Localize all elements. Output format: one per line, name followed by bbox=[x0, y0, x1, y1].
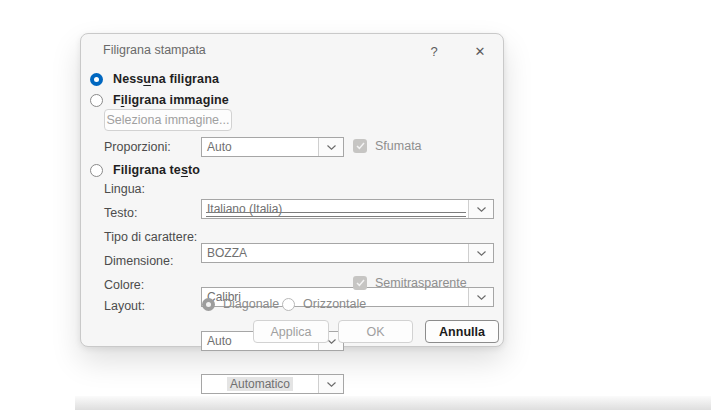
language-underline bbox=[206, 212, 466, 217]
chevron-down-icon[interactable] bbox=[318, 138, 343, 156]
layout-label: Layout: bbox=[104, 299, 145, 313]
chevron-down-icon[interactable] bbox=[468, 200, 493, 218]
checkbox-checked-icon bbox=[353, 139, 367, 153]
radio-text-watermark-label: Filigrana testo bbox=[113, 163, 200, 177]
scale-label: Proporzioni: bbox=[104, 140, 171, 154]
scale-combo[interactable]: Auto bbox=[201, 137, 344, 157]
printed-watermark-dialog: Filigrana stampata ? ✕ Nessuna filigrana… bbox=[80, 33, 504, 347]
chevron-down-icon[interactable] bbox=[318, 375, 343, 393]
chevron-down-icon[interactable] bbox=[468, 288, 493, 306]
washout-checkbox-label: Sfumata bbox=[375, 139, 422, 153]
radio-no-watermark[interactable]: Nessuna filigrana bbox=[90, 72, 219, 86]
apply-button-label: Applica bbox=[271, 325, 312, 339]
background-page-edge bbox=[75, 396, 711, 410]
radio-selected-disabled-icon bbox=[202, 298, 215, 311]
dialog-title: Filigrana stampata bbox=[103, 43, 206, 57]
radio-unselected-disabled-icon bbox=[282, 298, 295, 311]
language-combo-value: Italiano (Italia) bbox=[202, 200, 468, 218]
color-combo-value: Automatico bbox=[202, 375, 318, 393]
cancel-button[interactable]: Annulla bbox=[425, 320, 499, 343]
text-combo-value: BOZZA bbox=[202, 244, 468, 262]
ok-button-label: OK bbox=[366, 325, 384, 339]
radio-picture-watermark-label: Filigrana immagine bbox=[113, 93, 229, 107]
color-combo[interactable]: Automatico bbox=[201, 374, 344, 394]
checkbox-checked-icon bbox=[353, 276, 367, 290]
radio-selected-icon bbox=[90, 73, 103, 86]
help-icon: ? bbox=[430, 44, 437, 59]
font-label: Tipo di carattere: bbox=[104, 230, 197, 244]
close-icon: ✕ bbox=[475, 44, 486, 59]
scale-combo-value: Auto bbox=[202, 138, 318, 156]
radio-text-watermark[interactable]: Filigrana testo bbox=[90, 163, 200, 177]
radio-unselected-icon bbox=[90, 94, 103, 107]
ok-button[interactable]: OK bbox=[338, 320, 413, 343]
washout-checkbox[interactable]: Sfumata bbox=[353, 139, 422, 153]
select-picture-button-label: Seleziona immagine... bbox=[107, 113, 230, 127]
radio-no-watermark-label: Nessuna filigrana bbox=[113, 72, 219, 86]
cancel-button-label: Annulla bbox=[439, 325, 485, 339]
size-label: Dimensione: bbox=[104, 254, 173, 268]
language-combo[interactable]: Italiano (Italia) bbox=[201, 199, 494, 219]
select-picture-button[interactable]: Seleziona immagine... bbox=[104, 109, 232, 131]
text-label: Testo: bbox=[104, 206, 137, 220]
radio-picture-watermark[interactable]: Filigrana immagine bbox=[90, 93, 229, 107]
radio-diagonal[interactable]: Diagonale bbox=[202, 297, 279, 311]
diagonal-label: Diagonale bbox=[223, 297, 279, 311]
text-combo[interactable]: BOZZA bbox=[201, 243, 494, 263]
horizontal-label: Orizzontale bbox=[303, 297, 366, 311]
apply-button[interactable]: Applica bbox=[253, 320, 329, 343]
semitransparent-checkbox[interactable]: Semitrasparente bbox=[353, 276, 467, 290]
radio-unselected-icon bbox=[90, 164, 103, 177]
radio-horizontal[interactable]: Orizzontale bbox=[282, 297, 366, 311]
close-button[interactable]: ✕ bbox=[465, 41, 495, 61]
help-button[interactable]: ? bbox=[419, 41, 449, 61]
color-label: Colore: bbox=[104, 278, 144, 292]
language-label: Lingua: bbox=[104, 182, 145, 196]
semitransparent-checkbox-label: Semitrasparente bbox=[375, 276, 467, 290]
chevron-down-icon[interactable] bbox=[468, 244, 493, 262]
